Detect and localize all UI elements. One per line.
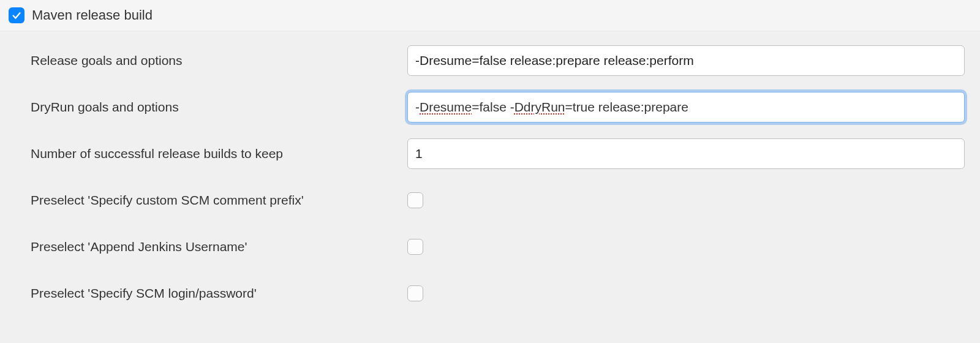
- row-keep-builds: Number of successful release builds to k…: [31, 137, 980, 171]
- row-dryrun-goals: DryRun goals and options -Dresume=false …: [31, 90, 980, 124]
- check-icon: [11, 10, 22, 21]
- preselect-scm-comment-checkbox[interactable]: [407, 192, 423, 208]
- section-title: Maven release build: [32, 7, 153, 23]
- row-preselect-jenkins-user: Preselect 'Append Jenkins Username': [31, 230, 980, 264]
- control-preselect-jenkins-user: [407, 239, 980, 255]
- text-fragment-spellcheck: DdryRun: [514, 100, 565, 115]
- text-fragment: -: [415, 100, 420, 115]
- row-preselect-scm-comment: Preselect 'Specify custom SCM comment pr…: [31, 183, 980, 217]
- dryrun-goals-input[interactable]: -Dresume=false -DdryRun=true release:pre…: [407, 92, 965, 123]
- control-release-goals: [407, 45, 980, 76]
- preselect-jenkins-user-checkbox[interactable]: [407, 239, 423, 255]
- maven-release-build-checkbox[interactable]: [9, 7, 24, 23]
- label-keep-builds: Number of successful release builds to k…: [31, 146, 407, 161]
- control-preselect-scm-login: [407, 285, 980, 301]
- row-release-goals: Release goals and options: [31, 43, 980, 78]
- label-preselect-scm-login: Preselect 'Specify SCM login/password': [31, 286, 407, 301]
- section-header: Maven release build: [0, 0, 980, 31]
- keep-builds-input[interactable]: [407, 138, 965, 169]
- preselect-scm-login-checkbox[interactable]: [407, 285, 423, 301]
- label-release-goals: Release goals and options: [31, 53, 407, 68]
- control-keep-builds: [407, 138, 980, 169]
- label-preselect-jenkins-user: Preselect 'Append Jenkins Username': [31, 239, 407, 254]
- label-dryrun-goals: DryRun goals and options: [31, 100, 407, 115]
- text-fragment: =true release:prepare: [565, 100, 688, 115]
- row-preselect-scm-login: Preselect 'Specify SCM login/password': [31, 276, 980, 311]
- control-dryrun-goals: -Dresume=false -DdryRun=true release:pre…: [407, 92, 980, 123]
- release-goals-input[interactable]: [407, 45, 965, 76]
- text-fragment-spellcheck: Dresume: [420, 100, 472, 115]
- control-preselect-scm-comment: [407, 192, 980, 208]
- form-body: Release goals and options DryRun goals a…: [0, 31, 980, 335]
- text-fragment: =false -: [472, 100, 514, 115]
- label-preselect-scm-comment: Preselect 'Specify custom SCM comment pr…: [31, 193, 407, 208]
